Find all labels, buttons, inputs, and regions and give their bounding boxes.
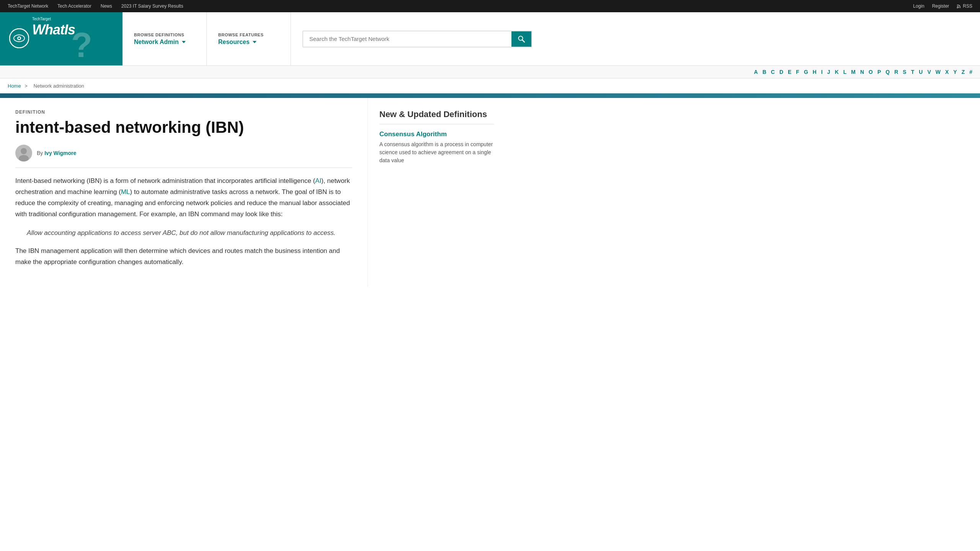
- alpha-link-y[interactable]: Y: [953, 69, 957, 75]
- article-paragraph-1: Intent-based networking (IBN) is a form …: [15, 176, 352, 220]
- topnav-news[interactable]: News: [101, 3, 112, 9]
- article-main: DEFINITION intent-based networking (IBN)…: [0, 98, 368, 287]
- alpha-link-m[interactable]: M: [851, 69, 856, 75]
- svg-point-8: [19, 155, 29, 161]
- techtarget-brandname: TechTarget: [32, 17, 96, 21]
- browse-features-link[interactable]: Resources: [218, 39, 250, 46]
- techtarget-logo[interactable]: [9, 28, 29, 50]
- search-button[interactable]: [511, 31, 531, 47]
- topnav-tech-accelerator[interactable]: Tech Accelerator: [57, 3, 91, 9]
- alpha-link-u[interactable]: U: [919, 69, 923, 75]
- alpha-link-n[interactable]: N: [860, 69, 864, 75]
- browse-definitions-link[interactable]: Network Admin: [134, 39, 179, 46]
- topnav-register[interactable]: Register: [932, 3, 949, 9]
- svg-point-7: [21, 148, 27, 154]
- topnav-salary-survey[interactable]: 2023 IT Salary Survey Results: [121, 3, 183, 9]
- question-mark-decoration: ?: [71, 26, 92, 65]
- author-row: By Ivy Wigmore: [15, 145, 352, 168]
- author-name-link[interactable]: Ivy Wigmore: [44, 150, 76, 156]
- sidebar-definition-consensus-link[interactable]: Consensus Algorithm: [379, 130, 494, 138]
- alpha-link-b[interactable]: B: [763, 69, 766, 75]
- blockquote: Allow accounting applications to access …: [27, 228, 341, 238]
- alpha-link-x[interactable]: X: [945, 69, 949, 75]
- article-title: intent-based networking (IBN): [15, 118, 352, 137]
- browse-features-dropdown[interactable]: [253, 41, 256, 43]
- search-section: [291, 12, 980, 65]
- alpha-link-e[interactable]: E: [788, 69, 791, 75]
- alpha-link-k[interactable]: K: [835, 69, 839, 75]
- alpha-link-g[interactable]: G: [804, 69, 808, 75]
- svg-line-6: [522, 40, 524, 42]
- alpha-link-h[interactable]: H: [813, 69, 817, 75]
- alpha-link-d[interactable]: D: [779, 69, 783, 75]
- alpha-link-r[interactable]: R: [894, 69, 898, 75]
- breadcrumb: Home > Network administration: [0, 78, 980, 93]
- alpha-link-f[interactable]: F: [796, 69, 799, 75]
- alpha-link-o[interactable]: O: [869, 69, 873, 75]
- alpha-link-a[interactable]: A: [754, 69, 758, 75]
- sidebar: New & Updated Definitions Consensus Algo…: [368, 98, 505, 287]
- article-body: Intent-based networking (IBN) is a form …: [15, 176, 352, 268]
- alpha-link-p[interactable]: P: [877, 69, 881, 75]
- sidebar-definition-consensus-excerpt: A consensus algorithm is a process in co…: [379, 140, 494, 165]
- breadcrumb-home[interactable]: Home: [8, 83, 21, 89]
- browse-definitions-dropdown[interactable]: [182, 41, 186, 43]
- alpha-link-i[interactable]: I: [821, 69, 823, 75]
- alpha-link-j[interactable]: J: [827, 69, 830, 75]
- alpha-link-q[interactable]: Q: [885, 69, 890, 75]
- topnav-rss[interactable]: RSS: [957, 3, 972, 9]
- author-info: By Ivy Wigmore: [37, 150, 76, 156]
- alpha-link-c[interactable]: C: [771, 69, 775, 75]
- topnav-techtarget[interactable]: TechTarget Network: [8, 3, 48, 9]
- browse-features-label: BROWSE FEATURES: [218, 33, 264, 37]
- author-avatar: [15, 145, 32, 161]
- sidebar-definition-item: Consensus Algorithm A consensus algorith…: [379, 130, 494, 165]
- alpha-link-s[interactable]: S: [903, 69, 906, 75]
- definition-label: DEFINITION: [15, 109, 352, 115]
- logo-section: TechTarget WhatIs ?: [0, 12, 122, 65]
- breadcrumb-current: Network administration: [34, 83, 84, 89]
- alpha-link-#[interactable]: #: [969, 69, 972, 75]
- search-input[interactable]: [303, 31, 511, 47]
- browse-definitions-section: BROWSE DEFINITIONS Network Admin: [122, 12, 207, 65]
- top-navigation: TechTarget Network Tech Accelerator News…: [0, 0, 980, 12]
- browse-features-section: BROWSE FEATURES Resources: [207, 12, 291, 65]
- ml-link[interactable]: ML: [121, 188, 130, 196]
- blue-bar: [0, 93, 980, 98]
- svg-point-4: [18, 37, 20, 39]
- content-wrapper: DEFINITION intent-based networking (IBN)…: [0, 98, 980, 287]
- alpha-link-w[interactable]: W: [936, 69, 941, 75]
- alpha-link-z[interactable]: Z: [962, 69, 965, 75]
- topnav-login[interactable]: Login: [913, 3, 924, 9]
- browse-definitions-label: BROWSE DEFINITIONS: [134, 33, 186, 37]
- ai-link[interactable]: AI: [315, 177, 321, 184]
- search-bar: [302, 31, 532, 47]
- main-header: TechTarget WhatIs ? BROWSE DEFINITIONS N…: [0, 12, 980, 66]
- article-paragraph-2: The IBN management application will then…: [15, 246, 352, 268]
- svg-point-0: [957, 7, 958, 8]
- alpha-link-l[interactable]: L: [843, 69, 847, 75]
- alpha-link-t[interactable]: T: [911, 69, 915, 75]
- breadcrumb-separator: >: [24, 83, 28, 89]
- author-by-text: By: [37, 150, 43, 156]
- alphabet-navigation: ABCDEFGHIJKLMNOPQRSTUVWXYZ#: [0, 66, 980, 78]
- sidebar-section-title: New & Updated Definitions: [379, 109, 494, 124]
- alpha-link-v[interactable]: V: [927, 69, 931, 75]
- whatis-logo-text[interactable]: WhatIs: [32, 22, 75, 38]
